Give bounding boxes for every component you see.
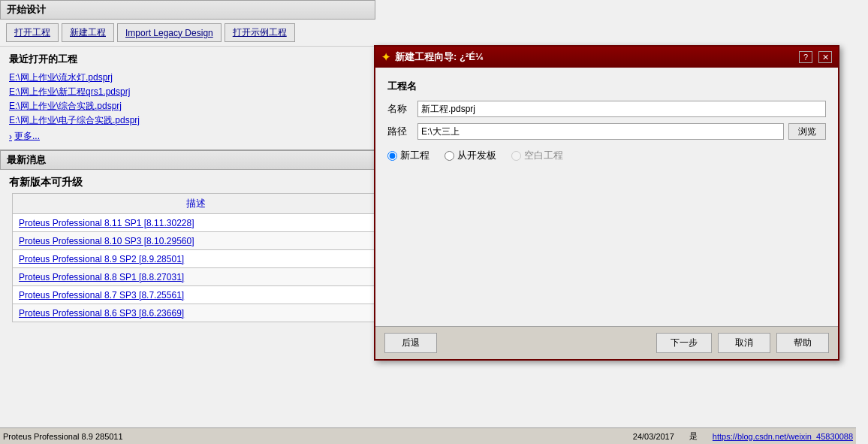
dialog-footer: 后退 下一步 取消 帮助 bbox=[375, 326, 838, 359]
upgrades-title: 有新版本可升级 bbox=[0, 170, 375, 193]
radio-blank-project-input[interactable] bbox=[511, 151, 521, 161]
start-design-header: 开始设计 bbox=[0, 0, 375, 20]
table-row: Proteus Professional 8.7 SP3 [8.7.25561] bbox=[13, 286, 376, 304]
main-area: 开始设计 打开工程 新建工程 Import Legacy Design 打开示例… bbox=[0, 0, 868, 444]
more-link[interactable]: › 更多... bbox=[9, 129, 366, 143]
dialog-close-btn[interactable]: ✕ bbox=[818, 51, 832, 63]
update-link-5[interactable]: Proteus Professional 8.6 SP3 [8.6.23669] bbox=[19, 308, 184, 319]
table-row: Proteus Professional 8.8 SP1 [8.8.27031] bbox=[13, 268, 376, 286]
path-input[interactable] bbox=[417, 123, 784, 140]
table-row: Proteus Professional 8.9 SP2 [8.9.28501] bbox=[13, 250, 376, 268]
status-flag: 是 bbox=[689, 430, 698, 442]
cancel-btn[interactable]: 取消 bbox=[718, 333, 770, 353]
radio-new-project[interactable]: 新工程 bbox=[387, 149, 429, 162]
updates-table-container: 描述 Proteus Professional 8.11 SP1 [8.11.3… bbox=[0, 193, 375, 322]
dialog-title-icon: ✦ bbox=[381, 51, 390, 63]
update-link-0[interactable]: Proteus Professional 8.11 SP1 [8.11.3022… bbox=[19, 218, 194, 228]
form-path-row: 路径 浏览 bbox=[387, 123, 826, 140]
name-input[interactable] bbox=[417, 101, 826, 117]
radio-from-board-input[interactable] bbox=[445, 151, 454, 161]
dialog-content-area bbox=[387, 168, 826, 319]
radio-new-project-input[interactable] bbox=[387, 151, 397, 161]
footer-left-buttons: 后退 bbox=[384, 333, 437, 353]
update-link-4[interactable]: Proteus Professional 8.7 SP3 [8.7.25561] bbox=[19, 290, 184, 301]
form-section-title: 工程名 bbox=[387, 80, 826, 93]
radio-from-board-label: 从开发板 bbox=[457, 149, 496, 162]
browse-btn[interactable]: 浏览 bbox=[788, 123, 826, 140]
path-label: 路径 bbox=[387, 125, 417, 138]
dialog-help-btn[interactable]: ? bbox=[799, 51, 812, 63]
form-name-row: 名称 bbox=[387, 101, 826, 117]
back-btn[interactable]: 后退 bbox=[384, 333, 437, 353]
status-date: 24/03/2017 bbox=[633, 432, 674, 441]
help-btn[interactable]: 帮助 bbox=[776, 333, 829, 353]
recent-item-2[interactable]: E:\网上作业\综合实践.pdsprj bbox=[9, 99, 366, 113]
update-link-2[interactable]: Proteus Professional 8.9 SP2 [8.9.28501] bbox=[19, 254, 184, 264]
updates-table: 描述 Proteus Professional 8.11 SP1 [8.11.3… bbox=[12, 193, 375, 322]
radio-row: 新工程 从开发板 空白工程 bbox=[387, 149, 826, 162]
footer-right-buttons: 下一步 取消 帮助 bbox=[656, 333, 829, 353]
dialog-titlebar: ✦ 新建工程向导: ¿²É¼ ? ✕ bbox=[375, 47, 838, 68]
next-btn[interactable]: 下一步 bbox=[656, 333, 712, 353]
toolbar: 打开工程 新建工程 Import Legacy Design 打开示例工程 bbox=[0, 20, 375, 47]
new-project-dialog: ✦ 新建工程向导: ¿²É¼ ? ✕ 工程名 名称 路径 浏览 bbox=[374, 45, 839, 361]
recent-section: 最近打开的工程 E:\网上作业\流水灯.pdsprj E:\网上作业\新工程qr… bbox=[0, 47, 375, 150]
table-row: Proteus Professional 8.10 SP3 [8.10.2956… bbox=[13, 232, 376, 250]
open-example-btn[interactable]: 打开示例工程 bbox=[225, 23, 295, 42]
chevron-right-icon: › bbox=[9, 131, 12, 142]
import-legacy-btn[interactable]: Import Legacy Design bbox=[117, 23, 222, 42]
status-bar: Proteus Professional 8.9 285011 24/03/20… bbox=[0, 427, 856, 444]
name-label: 名称 bbox=[387, 102, 417, 116]
news-title: 最新消息 bbox=[7, 153, 46, 167]
radio-blank-project[interactable]: 空白工程 bbox=[511, 149, 563, 162]
table-col-header: 描述 bbox=[13, 194, 376, 214]
update-link-3[interactable]: Proteus Professional 8.8 SP1 [8.8.27031] bbox=[19, 272, 184, 282]
update-link-1[interactable]: Proteus Professional 8.10 SP3 [8.10.2956… bbox=[19, 236, 194, 246]
table-row: Proteus Professional 8.11 SP1 [8.11.3022… bbox=[13, 214, 376, 232]
radio-new-project-label: 新工程 bbox=[400, 149, 429, 162]
news-section: 最新消息 有新版本可升级 描述 Proteus Professional 8.1… bbox=[0, 150, 375, 322]
radio-blank-project-label: 空白工程 bbox=[524, 149, 563, 162]
more-label: 更多... bbox=[14, 130, 40, 143]
open-project-btn[interactable]: 打开工程 bbox=[6, 23, 59, 42]
recent-item-1[interactable]: E:\网上作业\新工程qrs1.pdsprj bbox=[9, 85, 366, 99]
left-panel: 开始设计 打开工程 新建工程 Import Legacy Design 打开示例… bbox=[0, 0, 375, 421]
status-text: Proteus Professional 8.9 285011 bbox=[3, 432, 123, 441]
table-row: Proteus Professional 8.6 SP3 [8.6.23669] bbox=[13, 304, 376, 322]
dialog-body: 工程名 名称 路径 浏览 新工程 从开发板 bbox=[375, 68, 838, 326]
status-url: https://blog.csdn.net/weixin_45830088 bbox=[713, 432, 853, 441]
dialog-title: 新建工程向导: ¿²É¼ bbox=[395, 50, 484, 64]
recent-item-0[interactable]: E:\网上作业\流水灯.pdsprj bbox=[9, 71, 366, 85]
new-project-btn[interactable]: 新建工程 bbox=[62, 23, 114, 42]
radio-from-board[interactable]: 从开发板 bbox=[445, 149, 496, 162]
recent-item-3[interactable]: E:\网上作业\电子综合实践.pdsprj bbox=[9, 113, 366, 128]
start-design-title: 开始设计 bbox=[7, 3, 46, 17]
dialog-titlebar-left: ✦ 新建工程向导: ¿²É¼ bbox=[381, 50, 484, 64]
dialog-titlebar-right: ? ✕ bbox=[799, 51, 832, 63]
news-header: 最新消息 bbox=[0, 150, 375, 170]
recent-title: 最近打开的工程 bbox=[9, 53, 366, 66]
